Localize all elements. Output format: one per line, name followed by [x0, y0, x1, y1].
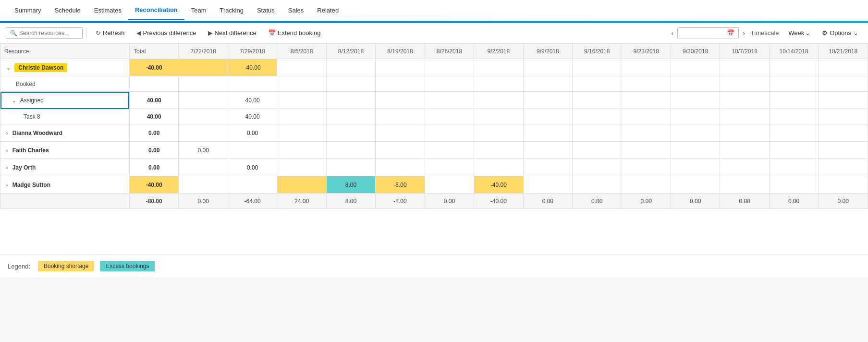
cell-8-5-christie: [277, 59, 326, 76]
task-8-total: 40.00: [129, 109, 178, 124]
resource-name-christie[interactable]: ⌄ Christie Dawson: [0, 59, 130, 76]
col-header-date-6: 9/2/2018: [474, 44, 523, 59]
tab-sales[interactable]: Sales: [281, 1, 311, 20]
totals-row: -80.00 0.00 -64.00 24.00 8.00 -8.00 0.00…: [0, 194, 868, 209]
expand-icon[interactable]: ›: [6, 183, 8, 188]
options-label: Options: [830, 29, 851, 37]
date-prev-button[interactable]: ‹: [669, 27, 675, 39]
task-8: Task 8: [0, 109, 130, 124]
timescale-chevron-icon: ⌄: [805, 29, 810, 37]
resource-name-dianna[interactable]: › Dianna Woodward: [0, 124, 130, 142]
total-10-14: 0.00: [769, 194, 818, 209]
toolbar: 🔍 ↻ Refresh ◀ Previous difference ▶ Next…: [0, 23, 868, 43]
prev-icon: ◀: [136, 29, 141, 37]
extend-label: Extend booking: [278, 29, 321, 37]
cell-10-14-christie: [769, 59, 818, 76]
tab-summary[interactable]: Summary: [8, 1, 48, 20]
total-8-5: 24.00: [277, 194, 326, 209]
total-7-29: -64.00: [228, 194, 277, 209]
table-row: Booked: [0, 76, 868, 92]
tab-team[interactable]: Team: [184, 1, 213, 20]
sub-booked-total: [129, 76, 178, 92]
date-next-button[interactable]: ›: [741, 27, 747, 39]
expand-icon[interactable]: ›: [6, 165, 8, 171]
search-box[interactable]: 🔍: [6, 27, 83, 39]
cell-8-26-christie: [425, 59, 474, 76]
timescale-button[interactable]: Week ⌄: [784, 27, 814, 38]
extend-icon: 📅: [268, 29, 276, 37]
madge-cell-8-19: -8.00: [376, 176, 425, 194]
resource-name-faith[interactable]: › Faith Charles: [0, 142, 130, 159]
faith-total: 0.00: [129, 142, 178, 159]
gear-icon: ⚙: [822, 29, 828, 37]
total-8-26: 0.00: [425, 194, 474, 209]
total-9-30: 0.00: [671, 194, 720, 209]
col-header-total: Total: [129, 44, 178, 59]
total-10-7: 0.00: [720, 194, 769, 209]
col-header-date-9: 9/23/2018: [622, 44, 671, 59]
cell-9-23-christie: [622, 59, 671, 76]
refresh-label: Refresh: [103, 29, 125, 37]
cell-10-7-christie: [720, 59, 769, 76]
expand-icon[interactable]: ⌄: [6, 65, 10, 71]
col-header-date-5: 8/26/2018: [425, 44, 474, 59]
refresh-icon: ↻: [96, 29, 101, 37]
search-icon: 🔍: [10, 30, 17, 37]
col-header-date-12: 10/14/2018: [769, 44, 818, 59]
legend-excess: Excess bookings: [100, 261, 155, 271]
resource-name-jay[interactable]: › Jay Orth: [0, 159, 130, 176]
assigned-row[interactable]: ⌄ Assigned: [0, 92, 130, 109]
calendar-icon: 📅: [727, 29, 734, 37]
assigned-chevron-icon[interactable]: ⌄: [12, 98, 16, 103]
grand-total: -80.00: [129, 194, 178, 209]
total-7-22: 0.00: [179, 194, 228, 209]
total-8-19: -8.00: [376, 194, 425, 209]
date-input[interactable]: 7/23/2018: [682, 29, 725, 37]
col-header-date-1: 7/29/2018: [228, 44, 277, 59]
col-header-date-2: 8/5/2018: [277, 44, 326, 59]
cell-total-christie: -40.00: [129, 59, 178, 76]
total-9-23: 0.00: [622, 194, 671, 209]
next-icon: ▶: [208, 29, 213, 37]
tab-reconciliation[interactable]: Reconciliation: [128, 0, 184, 20]
top-nav: Summary Schedule Estimates Reconciliatio…: [0, 0, 868, 21]
cell-9-2-christie: [474, 59, 523, 76]
next-diff-button[interactable]: ▶ Next difference: [203, 27, 261, 39]
resource-name-madge[interactable]: › Madge Sutton: [0, 176, 130, 194]
expand-icon[interactable]: ›: [6, 131, 8, 136]
tab-status[interactable]: Status: [250, 1, 281, 20]
expand-icon[interactable]: ›: [6, 148, 8, 153]
options-button[interactable]: ⚙ Options ⌄: [818, 27, 862, 38]
grid-wrap: Resource Total 7/22/2018 7/29/2018 8/5/2…: [0, 43, 868, 255]
toolbar-right: ‹ 7/23/2018 📅 › Timescale: Week ⌄ ⚙ Opti…: [669, 27, 862, 39]
madge-cell-9-2: -40.00: [474, 176, 523, 194]
tab-schedule[interactable]: Schedule: [48, 1, 87, 20]
table-row: ⌄ Assigned 40.00 40.00: [0, 92, 868, 109]
tab-estimates[interactable]: Estimates: [87, 1, 128, 20]
grid-header-row: Resource Total 7/22/2018 7/29/2018 8/5/2…: [0, 44, 868, 59]
assigned-total: 40.00: [129, 92, 178, 109]
col-header-date-3: 8/12/2018: [326, 44, 375, 59]
timescale-value: Week: [788, 29, 804, 37]
sub-booked: Booked: [0, 76, 130, 92]
col-header-resource: Resource: [0, 44, 130, 59]
total-9-9: 0.00: [523, 194, 572, 209]
cell-9-16-christie: [573, 59, 622, 76]
dianna-total: 0.00: [129, 124, 178, 142]
col-header-date-4: 8/19/2018: [376, 44, 425, 59]
tab-related[interactable]: Related: [310, 1, 345, 20]
options-chevron-icon: ⌄: [853, 29, 858, 37]
table-row: › Madge Sutton -40.00 8.00 -8.00 -40.00: [0, 176, 868, 194]
jay-total: 0.00: [129, 159, 178, 176]
total-10-21: 0.00: [819, 194, 868, 209]
date-input-wrap[interactable]: 7/23/2018 📅: [677, 27, 739, 38]
prev-diff-button[interactable]: ◀ Previous difference: [132, 27, 201, 39]
cell-8-12-christie: [326, 59, 375, 76]
extend-booking-button[interactable]: 📅 Extend booking: [263, 27, 326, 39]
cell-7-29-christie: -40.00: [228, 59, 277, 76]
refresh-button[interactable]: ↻ Refresh: [91, 27, 130, 39]
next-diff-label: Next difference: [215, 29, 257, 37]
table-row: ⌄ Christie Dawson -40.00 -40.00: [0, 59, 868, 76]
tab-tracking[interactable]: Tracking: [213, 1, 250, 20]
search-input[interactable]: [19, 30, 82, 37]
